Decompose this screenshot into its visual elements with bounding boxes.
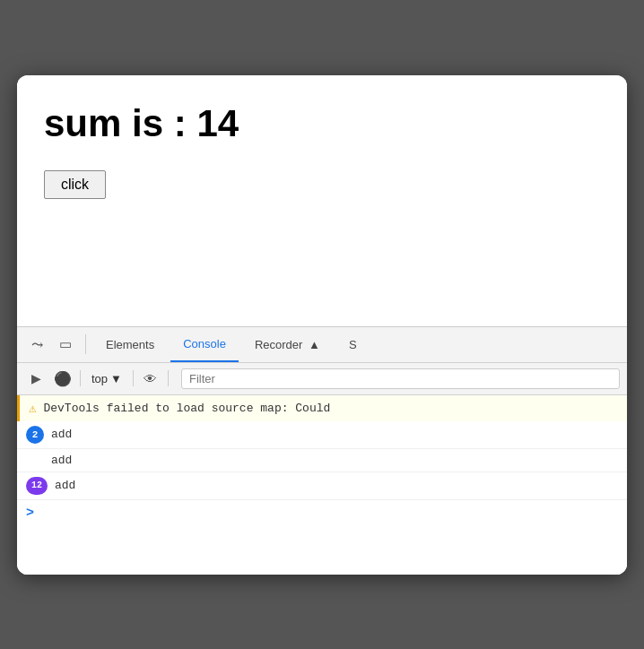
devtools-panel: ⤳ ▭ Elements Console Recorder ▲ S xyxy=(17,326,627,575)
tab-elements[interactable]: Elements xyxy=(93,326,167,362)
devtools-toolbar: ▶ ⚫ top ▼ 👁 xyxy=(17,363,627,395)
log-text-1: add xyxy=(51,428,72,441)
play-button[interactable]: ▶ xyxy=(24,367,48,390)
tab-divider xyxy=(85,334,86,354)
inspect-icon-button[interactable]: ▭ xyxy=(53,332,78,357)
chevron-down-icon: ▼ xyxy=(110,372,122,385)
toolbar-divider-3 xyxy=(168,370,169,386)
top-label: top xyxy=(91,372,108,385)
log-text-2: add xyxy=(51,454,72,467)
top-dropdown[interactable]: top ▼ xyxy=(86,369,127,388)
console-log-area: ⚠ DevTools failed to load source map: Co… xyxy=(17,395,627,575)
console-warning-entry: ⚠ DevTools failed to load source map: Co… xyxy=(17,395,627,421)
eye-button[interactable]: 👁 xyxy=(139,367,162,390)
main-content: sum is : 14 click xyxy=(17,75,627,326)
toolbar-divider-2 xyxy=(133,370,134,386)
inspect-icon: ▭ xyxy=(59,336,72,352)
console-log-entry-3: 12 add xyxy=(17,472,627,500)
tab-sources[interactable]: S xyxy=(336,326,370,362)
log-badge-2: 2 xyxy=(26,426,44,444)
eye-icon: 👁 xyxy=(144,371,157,386)
cursor-icon: ⤳ xyxy=(31,336,43,353)
log-badge-12: 12 xyxy=(26,477,48,495)
block-button[interactable]: ⚫ xyxy=(51,367,74,390)
cursor-icon-button[interactable]: ⤳ xyxy=(24,332,49,357)
filter-input[interactable] xyxy=(181,368,620,389)
tab-recorder[interactable]: Recorder ▲ xyxy=(242,326,333,362)
console-prompt[interactable]: > xyxy=(17,500,627,526)
page-heading: sum is : 14 xyxy=(44,102,600,145)
play-icon: ▶ xyxy=(31,371,41,385)
console-log-entry-1: 2 add xyxy=(17,421,627,449)
recorder-icon: ▲ xyxy=(309,338,320,351)
toolbar-divider-1 xyxy=(80,370,81,386)
browser-window: sum is : 14 click ⤳ ▭ Elements Console R… xyxy=(17,75,627,575)
warning-text: DevTools failed to load source map: Coul… xyxy=(43,402,330,415)
log-text-3: add xyxy=(55,479,75,492)
block-icon: ⚫ xyxy=(54,370,72,387)
devtools-tab-bar: ⤳ ▭ Elements Console Recorder ▲ S xyxy=(17,327,627,363)
prompt-chevron-icon: > xyxy=(26,506,34,521)
click-button[interactable]: click xyxy=(44,170,106,199)
warning-icon: ⚠ xyxy=(29,401,36,416)
console-log-entry-2: add xyxy=(17,449,627,472)
tab-console[interactable]: Console xyxy=(170,326,239,362)
